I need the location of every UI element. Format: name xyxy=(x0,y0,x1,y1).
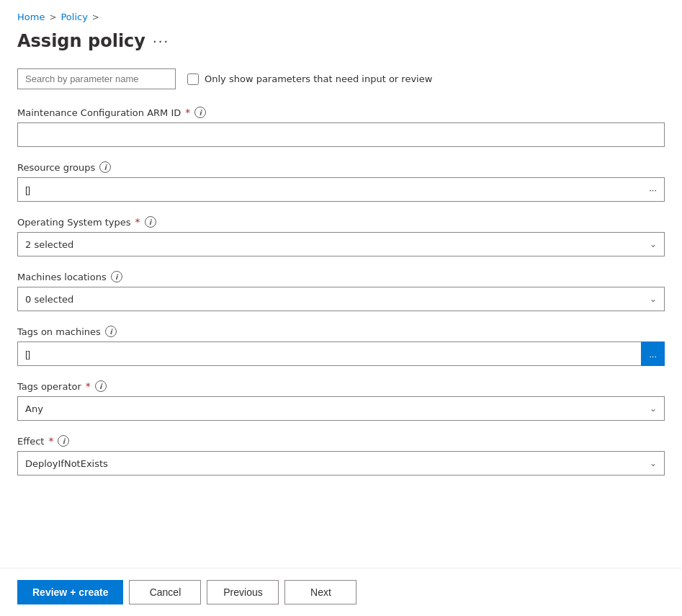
effect-info-icon[interactable]: i xyxy=(58,435,69,447)
machine-locations-label-text: Machines locations xyxy=(17,272,107,282)
next-button[interactable]: Next xyxy=(284,580,356,604)
resource-groups-field: Resource groups i ··· xyxy=(17,161,665,202)
maintenance-config-label: Maintenance Configuration ARM ID * i xyxy=(17,107,665,118)
os-types-label-text: Operating System types xyxy=(17,217,131,228)
maintenance-config-input[interactable] xyxy=(17,122,665,147)
maintenance-config-field: Maintenance Configuration ARM ID * i xyxy=(17,107,665,147)
effect-chevron-icon: ⌄ xyxy=(650,458,657,468)
main-content: Home > Policy > Assign policy ··· Only s… xyxy=(0,0,682,568)
machine-locations-dropdown[interactable]: 0 selected ⌄ xyxy=(17,287,665,311)
more-options-icon[interactable]: ··· xyxy=(153,34,169,49)
tags-on-machines-info-icon[interactable]: i xyxy=(105,326,117,337)
tags-on-machines-input-group: ... xyxy=(17,342,665,366)
breadcrumb-sep1: > xyxy=(49,12,56,22)
tags-operator-chevron-icon: ⌄ xyxy=(650,403,657,414)
page-header: Assign policy ··· xyxy=(17,31,665,51)
search-input[interactable] xyxy=(17,68,176,89)
resource-groups-label-text: Resource groups xyxy=(17,162,95,173)
page-container: Home > Policy > Assign policy ··· Only s… xyxy=(0,0,682,616)
tags-operator-dropdown[interactable]: Any ⌄ xyxy=(17,396,665,421)
previous-button[interactable]: Previous xyxy=(207,580,279,604)
resource-groups-info-icon[interactable]: i xyxy=(99,161,111,173)
tags-operator-required: * xyxy=(86,380,91,392)
only-show-checkbox[interactable] xyxy=(187,73,199,85)
breadcrumb-sep2: > xyxy=(92,12,99,22)
resource-groups-browse-button[interactable]: ··· xyxy=(642,177,665,202)
breadcrumb-home[interactable]: Home xyxy=(17,12,45,22)
review-create-button[interactable]: Review + create xyxy=(17,580,123,604)
search-filter-row: Only show parameters that need input or … xyxy=(17,68,665,89)
os-types-label: Operating System types * i xyxy=(17,216,665,228)
maintenance-config-required: * xyxy=(185,107,190,118)
machine-locations-info-icon[interactable]: i xyxy=(111,271,122,282)
machine-locations-field: Machines locations i 0 selected ⌄ xyxy=(17,271,665,311)
tags-on-machines-input[interactable] xyxy=(17,342,641,366)
tags-operator-field: Tags operator * i Any ⌄ xyxy=(17,380,665,421)
only-show-label: Only show parameters that need input or … xyxy=(205,73,432,84)
effect-required: * xyxy=(48,435,53,447)
tags-operator-label: Tags operator * i xyxy=(17,380,665,392)
cancel-button[interactable]: Cancel xyxy=(129,580,201,604)
page-title: Assign policy xyxy=(17,31,145,51)
machine-locations-dropdown-value: 0 selected xyxy=(25,294,73,305)
os-types-required: * xyxy=(135,216,140,228)
resource-groups-label: Resource groups i xyxy=(17,161,665,173)
machine-locations-chevron-icon: ⌄ xyxy=(650,294,657,304)
breadcrumb: Home > Policy > xyxy=(17,12,665,22)
maintenance-config-label-text: Maintenance Configuration ARM ID xyxy=(17,107,181,118)
os-types-field: Operating System types * i 2 selected ⌄ xyxy=(17,216,665,256)
tags-on-machines-field: Tags on machines i ... xyxy=(17,326,665,366)
breadcrumb-policy[interactable]: Policy xyxy=(60,12,87,22)
tags-operator-info-icon[interactable]: i xyxy=(95,380,107,392)
resource-groups-input[interactable] xyxy=(17,177,642,202)
effect-label: Effect * i xyxy=(17,435,665,447)
tags-on-machines-browse-button[interactable]: ... xyxy=(641,342,665,366)
os-types-dropdown-value: 2 selected xyxy=(25,239,73,250)
tags-on-machines-label: Tags on machines i xyxy=(17,326,665,337)
effect-dropdown[interactable]: DeployIfNotExists ⌄ xyxy=(17,451,665,476)
effect-field: Effect * i DeployIfNotExists ⌄ xyxy=(17,435,665,476)
os-types-info-icon[interactable]: i xyxy=(145,216,156,228)
effect-label-text: Effect xyxy=(17,436,44,447)
maintenance-config-info-icon[interactable]: i xyxy=(194,107,206,118)
footer: Review + create Cancel Previous Next xyxy=(0,568,682,616)
os-types-chevron-icon: ⌄ xyxy=(650,239,657,249)
only-show-checkbox-label[interactable]: Only show parameters that need input or … xyxy=(187,73,432,85)
os-types-dropdown[interactable]: 2 selected ⌄ xyxy=(17,232,665,256)
tags-operator-label-text: Tags operator xyxy=(17,381,81,392)
effect-dropdown-value: DeployIfNotExists xyxy=(25,458,108,469)
tags-on-machines-label-text: Tags on machines xyxy=(17,326,101,337)
machine-locations-label: Machines locations i xyxy=(17,271,665,282)
resource-groups-input-group: ··· xyxy=(17,177,665,202)
tags-operator-dropdown-value: Any xyxy=(25,403,43,414)
